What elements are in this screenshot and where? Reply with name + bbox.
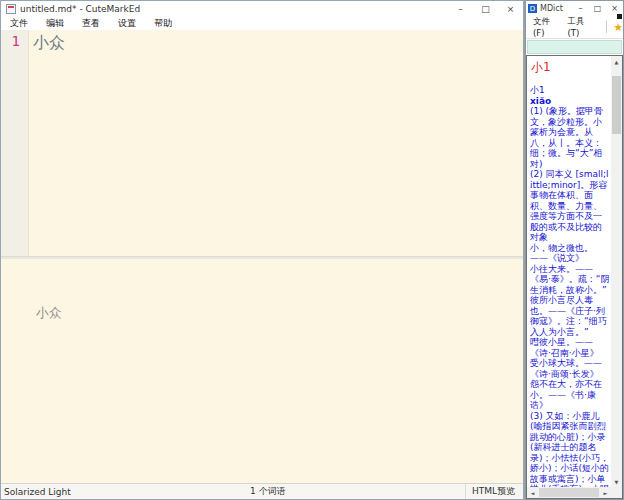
search-input[interactable] bbox=[527, 40, 622, 54]
statusbar: Solarized Light 1 个词语 HTML预览 bbox=[1, 483, 523, 499]
minimize-icon[interactable]: – bbox=[448, 1, 473, 17]
maximize-icon[interactable]: □ bbox=[589, 1, 606, 16]
mdict-title: MDict bbox=[540, 4, 563, 13]
vertical-scrollbar[interactable]: ▲ ▼ bbox=[611, 56, 622, 487]
scroll-left-icon[interactable]: ◄ bbox=[527, 487, 538, 498]
entry-line: (2) 同本义 [small;little;minor]。形容事物在体积、面积、… bbox=[530, 169, 610, 243]
menu-help[interactable]: 帮助 bbox=[145, 17, 181, 30]
word-count: 1 个词语 bbox=[71, 485, 465, 498]
vertical-scroll-thumb[interactable] bbox=[612, 76, 621, 134]
line-number-gutter: 1 bbox=[1, 30, 29, 256]
scroll-down-icon[interactable]: ▼ bbox=[611, 476, 622, 487]
menu-tools[interactable]: 工具 (T) bbox=[564, 16, 599, 38]
entry-line: 受小球大球。——《诗·商颂·长发》 bbox=[530, 358, 610, 379]
toolbar-separator bbox=[606, 21, 607, 33]
favorites-star-icon[interactable]: ★ bbox=[613, 22, 623, 33]
entry-line: 小1 bbox=[530, 85, 610, 96]
editor-text[interactable]: 小众 bbox=[29, 30, 65, 256]
cutemarked-menubar: 文件 编辑 查看 设置 帮助 bbox=[1, 17, 523, 30]
theme-name[interactable]: Solarized Light bbox=[1, 487, 71, 497]
scroll-up-icon[interactable]: ▲ bbox=[611, 56, 622, 67]
menu-view[interactable]: 查看 bbox=[73, 17, 109, 30]
mdict-app-icon: D bbox=[528, 4, 537, 13]
horizontal-scroll-thumb[interactable] bbox=[539, 488, 599, 497]
entry-line: (1) (象形。据甲骨文，象沙粒形。小篆析为会意。从八，从丨。本义：细；微。与“… bbox=[530, 106, 610, 169]
minimize-icon[interactable]: – bbox=[572, 1, 589, 16]
markdown-editor[interactable]: 1 小众 bbox=[1, 30, 523, 256]
toolbar-overflow-icon[interactable] bbox=[617, 14, 622, 19]
preview-mode-label[interactable]: HTML预览 bbox=[465, 484, 523, 499]
line-number: 1 bbox=[12, 33, 20, 49]
entry-line: 彼所小言尽人毒也。——《庄子·列御寇》。注：“细巧入人为小言。” bbox=[530, 295, 610, 337]
mdict-titlebar[interactable]: D MDict – □ × bbox=[526, 1, 623, 16]
menu-file[interactable]: 文件 (F) bbox=[529, 16, 564, 38]
menu-file[interactable]: 文件 bbox=[1, 17, 37, 30]
window-title: untitled.md* - CuteMarkEd bbox=[20, 4, 140, 14]
headword: 小1 bbox=[531, 59, 610, 76]
entry-line: 怨不在大，亦不在小。——《书·康诰》 bbox=[530, 379, 610, 411]
close-icon[interactable]: × bbox=[498, 1, 523, 17]
entry-line: 小，物之微也。——《说文》 bbox=[530, 243, 610, 264]
html-preview-pane: 小众 bbox=[1, 259, 523, 483]
entry-line: 小往大来。——《易·泰》。疏：“阴生消耗，故称小。” bbox=[530, 264, 610, 296]
mdict-window: D MDict – □ × 文件 (F) 工具 (T) ★ 小1 小1 xiǎo… bbox=[525, 0, 624, 500]
horizontal-scrollbar[interactable]: ◄ ► bbox=[527, 487, 611, 498]
scrollbar-corner bbox=[611, 487, 622, 498]
scroll-right-icon[interactable]: ► bbox=[600, 487, 611, 498]
cutemarked-app-icon bbox=[6, 4, 16, 14]
cutemarked-window: untitled.md* - CuteMarkEd – □ × 文件 编辑 查看… bbox=[0, 0, 524, 500]
dictionary-entry-panel: 小1 小1 xiǎo (1) (象形。据甲骨文，象沙粒形。小篆析为会意。从八，从… bbox=[526, 55, 623, 499]
pinyin-line: xiǎo bbox=[530, 96, 610, 107]
cutemarked-titlebar[interactable]: untitled.md* - CuteMarkEd – □ × bbox=[1, 1, 523, 17]
menu-edit[interactable]: 编辑 bbox=[37, 17, 73, 30]
maximize-icon[interactable]: □ bbox=[473, 1, 498, 17]
mdict-menubar: 文件 (F) 工具 (T) ★ bbox=[526, 16, 623, 39]
preview-text: 小众 bbox=[36, 304, 523, 322]
entry-line: 嘒彼小星。——《诗·召南·小星》 bbox=[530, 337, 610, 358]
entry-line: (3) 又如：小鹿儿(喻指因紧张而剧烈跳动的心脏)；小录(新科进士的题名录)；小… bbox=[530, 411, 610, 488]
dictionary-entry-body[interactable]: 小1 小1 xiǎo (1) (象形。据甲骨文，象沙粒形。小篆析为会意。从八，从… bbox=[527, 56, 611, 487]
menu-settings[interactable]: 设置 bbox=[109, 17, 145, 30]
